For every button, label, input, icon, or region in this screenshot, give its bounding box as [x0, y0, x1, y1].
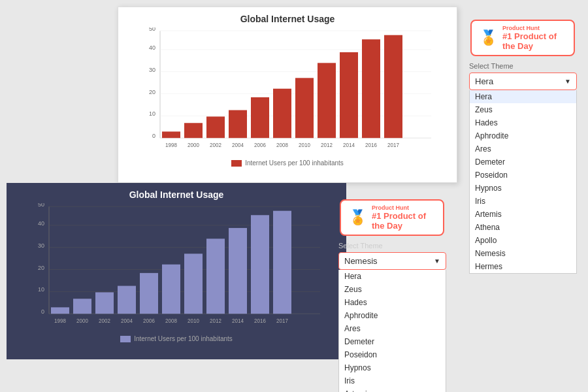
svg-text:30: 30	[149, 67, 155, 73]
dark-panel: Global Internet Usage 0 10 20 30 40 50	[7, 183, 346, 359]
dropdown-list-light: Hera Zeus Hades Aphrodite Ares Demeter P…	[469, 90, 577, 274]
dropdown-item-aphrodite-light[interactable]: Aphrodite	[470, 129, 576, 142]
light-bar-9	[362, 39, 380, 138]
select-area-dark: Select Theme Nemesis ▼ Hera Zeus Hades A…	[338, 242, 446, 392]
dropdown-item-aphrodite-dark[interactable]: Aphrodite	[339, 309, 446, 322]
dropdown-item-ares-dark[interactable]: Ares	[339, 322, 446, 335]
dark-bar-7	[206, 238, 225, 314]
dark-bar-5	[162, 265, 180, 314]
svg-text:2008: 2008	[276, 142, 288, 148]
dark-bar-8	[229, 228, 247, 314]
dark-bar-3	[118, 286, 136, 314]
dropdown-item-hades-dark[interactable]: Hades	[339, 296, 446, 309]
svg-text:2010: 2010	[188, 318, 199, 323]
light-bar-7	[318, 63, 336, 138]
light-chart-svg: 0 10 20 30 40 50	[137, 27, 438, 158]
ph-small-light: Product Hunt	[502, 25, 566, 31]
select-value-dark: Nemesis	[344, 256, 378, 266]
svg-text:0: 0	[41, 308, 44, 315]
ph-badge-dark: 🏅 Product Hunt #1 Product of the Day	[340, 199, 444, 236]
light-bar-4	[251, 97, 269, 138]
select-value-light: Hera	[475, 76, 493, 86]
dark-bar-1	[73, 299, 91, 314]
ph-medal-dark: 🏅	[349, 209, 367, 226]
dropdown-item-poseidon-light[interactable]: Poseidon	[470, 169, 576, 182]
light-chart-title: Global Internet Usage	[128, 14, 447, 24]
dropdown-item-iris-dark[interactable]: Iris	[339, 374, 446, 387]
svg-text:2017: 2017	[387, 142, 399, 148]
dropdown-item-hades-light[interactable]: Hades	[470, 116, 576, 129]
dropdown-item-artemis-dark[interactable]: Artemis	[339, 387, 446, 392]
dropdown-item-hermes-light[interactable]: Hermes	[470, 260, 576, 273]
select-label-light: Select Theme	[469, 62, 577, 70]
ph-big-light: #1 Product of the Day	[502, 31, 566, 51]
ph-badge-light: 🏅 Product Hunt #1 Product of the Day	[470, 20, 575, 56]
dark-chart-container: 0 10 20 30 40 50 1998 200	[26, 203, 327, 334]
dropdown-item-iris-light[interactable]: Iris	[470, 195, 576, 208]
select-box-dark[interactable]: Nemesis ▼	[338, 252, 446, 270]
svg-text:30: 30	[38, 242, 44, 249]
chevron-down-icon-dark: ▼	[434, 257, 440, 265]
dropdown-item-demeter-dark[interactable]: Demeter	[339, 335, 446, 348]
light-chart-container: 0 10 20 30 40 50	[137, 27, 438, 158]
svg-text:2014: 2014	[232, 318, 244, 323]
dark-chart-svg: 0 10 20 30 40 50 1998 200	[26, 203, 327, 334]
light-bar-5	[273, 89, 291, 138]
light-legend-swatch	[231, 160, 242, 167]
dark-legend-label: Internet Users per 100 inhabitants	[134, 335, 233, 342]
dropdown-item-poseidon-dark[interactable]: Poseidon	[339, 348, 446, 361]
ph-big-dark: #1 Product of the Day	[372, 211, 435, 231]
svg-text:2014: 2014	[343, 142, 355, 148]
svg-text:2010: 2010	[299, 142, 310, 148]
light-bar-10	[384, 35, 402, 139]
svg-text:2004: 2004	[121, 318, 133, 323]
svg-text:20: 20	[38, 264, 44, 270]
dropdown-item-hera-dark[interactable]: Hera	[339, 270, 446, 283]
light-panel: Global Internet Usage 0 10 20 30 40 50	[118, 7, 457, 183]
svg-text:2008: 2008	[165, 318, 177, 323]
light-legend-label: Internet Users per 100 inhabitants	[245, 159, 344, 167]
dropdown-item-hypnos-dark[interactable]: Hypnos	[339, 361, 446, 374]
dropdown-item-zeus-light[interactable]: Zeus	[470, 103, 576, 116]
dark-bar-4	[140, 273, 158, 314]
dropdown-item-athena-light[interactable]: Athena	[470, 221, 576, 234]
svg-text:50: 50	[38, 203, 44, 208]
svg-text:2017: 2017	[276, 318, 288, 323]
svg-text:40: 40	[149, 44, 155, 51]
dropdown-item-demeter-light[interactable]: Demeter	[470, 155, 576, 169]
svg-text:2012: 2012	[210, 318, 221, 323]
select-area-light: Select Theme Hera ▼ Hera Zeus Hades Aphr…	[469, 62, 577, 274]
light-bar-2	[206, 116, 225, 138]
dropdown-item-hypnos-light[interactable]: Hypnos	[470, 182, 576, 195]
dark-chart-legend: Internet Users per 100 inhabitants	[16, 335, 336, 342]
chevron-down-icon-light: ▼	[564, 78, 571, 85]
dropdown-item-nemesis-light[interactable]: Nemesis	[470, 247, 576, 260]
light-bar-3	[229, 110, 247, 139]
ph-small-dark: Product Hunt	[372, 204, 435, 211]
svg-text:2006: 2006	[143, 318, 155, 323]
svg-text:2012: 2012	[321, 142, 333, 148]
dark-bar-9	[251, 215, 269, 314]
light-bar-1	[184, 123, 203, 138]
dropdown-item-artemis-light[interactable]: Artemis	[470, 208, 576, 221]
ph-text-light: Product Hunt #1 Product of the Day	[502, 25, 566, 51]
svg-text:2016: 2016	[365, 142, 377, 148]
dropdown-item-zeus-dark[interactable]: Zeus	[339, 283, 446, 296]
dark-chart-title: Global Internet Usage	[16, 189, 336, 200]
svg-text:2016: 2016	[254, 318, 266, 323]
svg-text:40: 40	[38, 220, 44, 227]
select-box-light[interactable]: Hera ▼	[469, 73, 577, 90]
dark-bar-0	[51, 307, 69, 314]
dropdown-list-dark: Hera Zeus Hades Aphrodite Ares Demeter P…	[338, 270, 446, 392]
dark-bar-6	[184, 253, 203, 314]
dropdown-item-apollo-light[interactable]: Apollo	[470, 234, 576, 247]
svg-text:2000: 2000	[188, 142, 199, 148]
light-bar-6	[295, 78, 314, 138]
ph-medal-light: 🏅	[480, 29, 497, 46]
svg-text:0: 0	[152, 133, 155, 139]
ph-text-dark: Product Hunt #1 Product of the Day	[372, 204, 435, 231]
dropdown-item-hera-light[interactable]: Hera	[470, 90, 576, 103]
svg-text:2002: 2002	[210, 142, 221, 148]
dropdown-item-ares-light[interactable]: Ares	[470, 142, 576, 155]
svg-text:20: 20	[149, 88, 155, 95]
